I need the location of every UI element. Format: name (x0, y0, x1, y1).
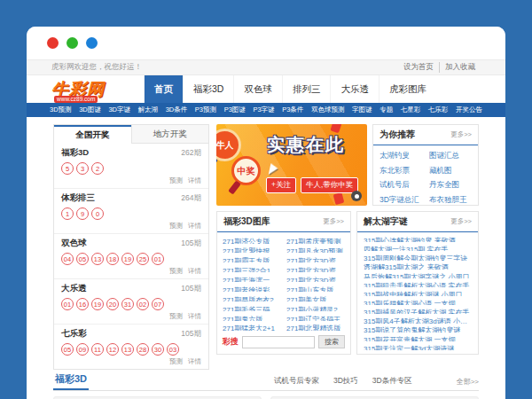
tuku-link[interactable]: 271期霸王专版 (223, 256, 281, 263)
tuku-link[interactable]: 271期三强2合1 (223, 266, 281, 273)
tuku-link[interactable]: 271期老徐说彩 (223, 286, 281, 293)
subnav-link[interactable]: 双色球预测 (311, 106, 345, 114)
fucai3d-tab[interactable]: 试机号后专家 (274, 376, 319, 387)
tuku-link[interactable]: 271期凡永3D预测 (286, 246, 345, 254)
nav-tab[interactable]: 双色球 (233, 75, 282, 103)
lottery-entry-link[interactable]: 预测 (169, 357, 183, 366)
tuku-link[interactable]: 271期早版布衣2+1 (223, 295, 281, 302)
tuku-link[interactable]: 271期北盟快报 (223, 246, 281, 254)
tuku-link[interactable]: 271期鬼六版 (223, 315, 281, 322)
nav-tab[interactable]: 虎彩图库 (379, 75, 436, 103)
lottery-ball: 01 (152, 253, 164, 265)
taihu-link[interactable]: 四解太湖一注315期 实在手 (364, 245, 472, 251)
taihu-more-link[interactable]: 更多>> (450, 217, 472, 226)
recommend-more-link[interactable]: 更多>> (450, 130, 472, 139)
search-button[interactable]: 搜索 (318, 335, 345, 348)
banner-cta: +关注 牛人,带你中奖 (266, 177, 358, 193)
lottery-entry-link[interactable]: 详情 (188, 312, 201, 321)
carousel-indicator[interactable] (351, 191, 362, 201)
nav-tab[interactable]: 福彩3D (183, 75, 233, 103)
subnav-link[interactable]: P3预测 (195, 106, 216, 114)
recommend-link[interactable]: 东北彩票 (379, 166, 422, 176)
tuku-link[interactable]: 271期济公专版 (223, 237, 281, 244)
tuku-link[interactable]: 271期北盟精选版 (286, 324, 345, 331)
promo-banner[interactable]: 牛人 中奖 实惠在此 +关注 牛人,带你中奖 (216, 124, 367, 206)
recommend-link[interactable]: 丹东全图 (429, 180, 472, 191)
recommend-link[interactable]: 太湖钓叟 (379, 151, 422, 161)
lottery-balls: 532 (61, 162, 201, 175)
tuku-more-link[interactable]: 更多>> (323, 217, 344, 226)
tuku-link[interactable]: 271期于海滨一句定… (223, 276, 281, 283)
close-window-dot[interactable] (47, 37, 59, 49)
subnav-link[interactable]: 开奖公告 (456, 106, 482, 114)
taihu-link[interactable]: 315期乐猫解太湖心语 一支烟 (364, 299, 472, 305)
lottery-ball: 19 (121, 253, 134, 265)
set-home-link[interactable]: 设为首页 (398, 62, 439, 73)
fucai3d-section-title[interactable]: 福彩3D (53, 372, 89, 390)
subnav-link[interactable]: 解太湖 (138, 106, 159, 114)
tab-national-draws[interactable]: 全国开奖 (54, 125, 131, 144)
minimize-window-dot[interactable] (66, 37, 78, 49)
site-logo[interactable]: 牛彩网 www.cz89.com (51, 75, 144, 103)
subnav-link[interactable]: 七星彩 (401, 106, 421, 114)
subnav-link[interactable]: 3D预测 (50, 106, 72, 114)
lottery-entry-link[interactable]: 详情 (188, 176, 201, 185)
taihu-link[interactable]: 315期捕风的汉子解析太湖 实在手 (364, 308, 472, 314)
tuku-link[interactable]: 271期毛爷三码 (223, 305, 281, 312)
subnav-link[interactable]: 3D字谜 (108, 106, 130, 114)
tuku-link[interactable]: 271期北方3D资料2 (286, 266, 345, 273)
tuku-link[interactable]: 271期孟庆奎预测 (286, 237, 345, 244)
fucai3d-tab[interactable]: 3D条件专区 (372, 376, 412, 387)
lottery-entry-link[interactable]: 详情 (188, 267, 201, 276)
tuku-link[interactable]: 271期北方3D资料3 (286, 256, 345, 263)
tuku-link[interactable]: 271期小蓝精灵2+1 (286, 305, 345, 312)
fucai3d-tab[interactable]: 3D技巧 (333, 376, 358, 387)
fucai3d-all-link[interactable]: 全部>> (457, 377, 479, 390)
taihu-link[interactable]: 315期心连解太湖钓叟 来敬酒 (364, 236, 472, 242)
taihu-link[interactable]: 315期风4子解析太湖3d谜语 小周口 (364, 317, 472, 323)
add-favorite-link[interactable]: 加入收藏 (439, 62, 481, 73)
lottery-entry-link[interactable]: 详情 (188, 357, 201, 366)
taihu-link[interactable]: 315期花开富贵解太湖 一支烟 (364, 335, 472, 341)
nav-tab[interactable]: 首页 (144, 75, 183, 103)
tuku-link[interactable]: 271期猛老大2+1 (223, 324, 281, 331)
tuku-link[interactable]: 271期辽宁杀码王 (286, 315, 345, 322)
taihu-link[interactable]: 马后炮解315期太湖字谜之 小周口 (364, 272, 472, 278)
recommend-link[interactable]: 图谜汇总 (429, 151, 472, 161)
tuku-link[interactable]: 271期美女版 (286, 295, 345, 302)
taihu-link[interactable]: 315期狙击手解析太湖心语 实在手 (364, 281, 472, 287)
lottery-entry-link[interactable]: 预测 (169, 267, 183, 276)
subnav-link[interactable]: 专题 (379, 106, 393, 114)
taihu-link[interactable]: 315期周刚解今期太湖钓叟三字诀 (364, 254, 472, 260)
taihu-link[interactable]: 315期说了算的鬼解太湖钓叟谜 (364, 325, 472, 332)
recommend-link[interactable]: 试机号后 (379, 180, 422, 191)
taihu-link[interactable]: 透湖解315期太湖之 来敬酒 (364, 262, 472, 269)
lottery-entry-link[interactable]: 详情 (188, 222, 201, 231)
lottery-entry-link[interactable]: 预测 (169, 222, 183, 231)
maximize-window-dot[interactable] (86, 37, 98, 49)
follow-button[interactable]: +关注 (266, 177, 296, 193)
subnav-link[interactable]: 3D图谜 (79, 106, 101, 114)
subnav-link[interactable]: 字图谜 (352, 106, 372, 114)
nav-tab[interactable]: 排列三 (282, 75, 331, 103)
subnav-link[interactable]: P3字谜 (253, 106, 274, 114)
taihu-link[interactable]: 315期战中独解析太湖谜 小周口 (364, 290, 472, 296)
lottery-name: 大乐透 (61, 283, 87, 294)
recommend-link[interactable]: 3D字谜总汇 (379, 195, 422, 206)
recommend-link[interactable]: 布衣独胆王 (429, 195, 472, 206)
taihu-link[interactable]: 315期天注定一解3d太湖诗谜 (364, 344, 472, 350)
tuku-link[interactable]: 271期北方3D资料1 (286, 276, 345, 283)
right-area: 牛人 中奖 实惠在此 +关注 牛人,带你中奖 (216, 124, 479, 355)
nav-tab[interactable]: 大乐透 (330, 75, 379, 103)
recommend-link[interactable]: 藏机图 (429, 166, 472, 176)
subnav-link[interactable]: 3D条件 (166, 106, 188, 114)
subnav-link[interactable]: 七乐彩 (428, 106, 449, 114)
subnav-link[interactable]: P3条件 (282, 106, 303, 114)
subnav-link[interactable]: P3图谜 (224, 106, 246, 114)
lottery-ball: 25 (137, 253, 149, 265)
tuku-link[interactable]: 271期山东专版 (286, 286, 345, 293)
lottery-entry-link[interactable]: 预测 (169, 176, 183, 185)
tab-local-draws[interactable]: 地方开奖 (131, 125, 209, 144)
lottery-entry-link[interactable]: 预测 (169, 312, 183, 321)
search-input[interactable] (242, 336, 315, 348)
